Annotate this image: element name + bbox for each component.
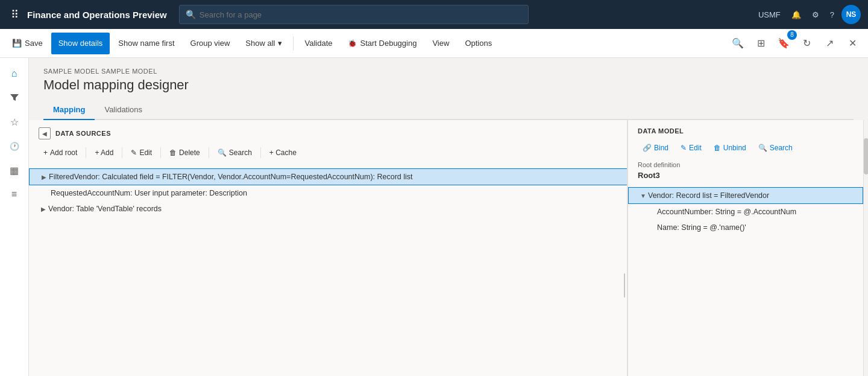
refresh-icon[interactable]: ↻ <box>796 33 817 54</box>
tree-item-requestedaccountnum[interactable]: ▶ RequestedAccountNum: User input parame… <box>29 185 627 201</box>
main-content: SAMPLE MODEL SAMPLE MODEL Model mapping … <box>29 58 868 376</box>
tree-item-filteredvendor[interactable]: ▶ FilteredVendor: Calculated field = FIL… <box>29 168 627 185</box>
settings-icon[interactable]: ⚙ <box>808 8 823 22</box>
search-ds-button[interactable]: 🔍 Search <box>213 144 257 161</box>
expander-filteredvendor[interactable]: ▶ <box>39 172 49 182</box>
tab-bar: Mapping Validations <box>43 100 854 120</box>
unbind-button[interactable]: 🗑 Unbind <box>709 139 751 156</box>
dm-expander-name: ▶ <box>647 223 657 232</box>
ds-collapse-button[interactable]: ◀ <box>39 127 51 139</box>
grid-menu-icon[interactable]: ⠿ <box>7 8 22 21</box>
ds-sep-4 <box>209 147 209 158</box>
sidebar-item-list[interactable]: ≡ <box>4 183 25 205</box>
toolbar-right-actions: 🔍 ⊞ 🔖 8 ↻ ↗ ✕ <box>727 33 863 54</box>
validate-button[interactable]: Validate <box>297 33 339 54</box>
help-icon[interactable]: ? <box>826 8 838 22</box>
show-name-first-button[interactable]: Show name first <box>111 33 181 54</box>
sidebar-item-filter[interactable] <box>4 87 25 109</box>
unbind-icon: 🗑 <box>714 144 721 152</box>
personalize-icon[interactable]: ⊞ <box>750 33 772 54</box>
dm-edit-button[interactable]: ✎ Edit <box>676 139 706 156</box>
root-definition-value: Root3 <box>638 171 854 180</box>
app-title: Finance and Operations Preview <box>27 10 167 20</box>
ds-header: ◀ DATA SOURCES <box>29 120 627 144</box>
delete-icon: 🗑 <box>169 148 177 157</box>
sidebar-item-recent[interactable]: 🕐 <box>4 135 25 157</box>
tree-item-vendor[interactable]: ▶ Vendor: Table 'VendTable' records <box>29 201 627 217</box>
search-icon: 🔍 <box>218 148 227 157</box>
dm-tree-item-name-text: Name: String = @.'name()' <box>657 223 746 232</box>
expander-requestedaccountnum: ▶ <box>41 188 51 198</box>
toolbar-separator-1 <box>293 36 294 51</box>
add-button[interactable]: + Add <box>90 144 118 161</box>
sidebar-item-favorites[interactable]: ☆ <box>4 111 25 133</box>
vertical-scrollbar[interactable] <box>863 120 868 376</box>
edit-icon: ✎ <box>131 148 137 157</box>
panel-border <box>627 120 627 376</box>
ds-sep-5 <box>260 147 261 158</box>
save-button[interactable]: 💾 Save <box>5 33 50 54</box>
scrollbar-thumb[interactable] <box>864 138 868 174</box>
dm-expander-vendor[interactable]: ▼ <box>638 191 648 200</box>
view-button[interactable]: View <box>425 33 456 54</box>
dm-tree: ▼ Vendor: Record list = FilteredVendor ▶… <box>628 185 863 376</box>
bind-icon: 🔗 <box>643 144 652 152</box>
tab-validations[interactable]: Validations <box>95 100 152 120</box>
start-debugging-button[interactable]: 🐞 Start Debugging <box>341 33 424 54</box>
main-toolbar: 💾 Save Show details Show name first Grou… <box>0 29 868 58</box>
dm-expander-accountnumber: ▶ <box>647 207 657 217</box>
save-icon: 💾 <box>12 39 22 48</box>
search-input[interactable] <box>200 10 522 19</box>
edit-button[interactable]: ✎ Edit <box>126 144 157 161</box>
show-details-button[interactable]: Show details <box>51 33 110 54</box>
dm-tree-item-vendor-text: Vendor: Record list = FilteredVendor <box>648 191 769 200</box>
dm-search-button[interactable]: 🔍 Search <box>753 139 797 156</box>
chevron-down-icon: ▾ <box>278 39 282 48</box>
content-area: ◀ DATA SOURCES + Add root + Add ✎ E <box>29 120 868 376</box>
debug-icon: 🐞 <box>348 39 357 48</box>
bookmark-badge: 8 <box>787 30 797 40</box>
tab-mapping[interactable]: Mapping <box>43 100 95 120</box>
notification-icon[interactable]: 🔔 <box>788 8 805 22</box>
dm-tree-item-accountnumber[interactable]: ▶ AccountNumber: String = @.AccountNum <box>628 204 863 220</box>
dm-tree-item-name[interactable]: ▶ Name: String = @.'name()' <box>628 220 863 235</box>
ds-section-title: DATA SOURCES <box>55 130 111 137</box>
search-toolbar-icon[interactable]: 🔍 <box>727 33 749 54</box>
top-navigation: ⠿ Finance and Operations Preview 🔍 USMF … <box>0 0 868 29</box>
global-search-box[interactable]: 🔍 <box>179 5 529 24</box>
dm-tree-item-accountnumber-text: AccountNumber: String = @.AccountNum <box>657 208 796 216</box>
root-definition-label: Root definition <box>638 161 854 168</box>
breadcrumb: SAMPLE MODEL SAMPLE MODEL <box>43 68 854 75</box>
dm-tree-item-vendor[interactable]: ▼ Vendor: Record list = FilteredVendor <box>628 187 863 204</box>
dm-search-icon: 🔍 <box>758 144 767 152</box>
cache-button[interactable]: + Cache <box>265 144 301 161</box>
group-view-button[interactable]: Group view <box>183 33 237 54</box>
page-title: Model mapping designer <box>43 77 854 93</box>
delete-button[interactable]: 🗑 Delete <box>165 144 205 161</box>
data-model-panel: DATA MODEL 🔗 Bind ✎ Edit 🗑 Unbind <box>628 120 863 376</box>
bind-button[interactable]: 🔗 Bind <box>638 139 673 156</box>
sidebar-item-workspace[interactable]: ▦ <box>4 159 25 181</box>
ds-tree: ▶ FilteredVendor: Calculated field = FIL… <box>29 166 627 376</box>
dm-section-title: DATA MODEL <box>638 127 854 135</box>
left-sidebar: ⌂ ☆ 🕐 ▦ ≡ <box>0 58 29 376</box>
expander-vendor[interactable]: ▶ <box>39 204 48 214</box>
tree-item-filteredvendor-text: FilteredVendor: Calculated field = FILTE… <box>49 173 617 181</box>
add-root-button[interactable]: + Add root <box>39 144 82 161</box>
add-root-icon: + <box>43 148 48 157</box>
scroll-indicator <box>624 273 625 298</box>
user-code: USMF <box>755 8 784 22</box>
bookmarks-icon[interactable]: 🔖 8 <box>773 33 794 54</box>
open-in-new-icon[interactable]: ↗ <box>819 33 840 54</box>
user-avatar[interactable]: NS <box>841 5 861 24</box>
tree-item-requestedaccountnum-text: RequestedAccountNum: User input paramete… <box>51 189 618 197</box>
tree-item-vendor-text: Vendor: Table 'VendTable' records <box>48 205 618 213</box>
dm-toolbar: 🔗 Bind ✎ Edit 🗑 Unbind 🔍 <box>638 139 854 156</box>
show-all-button[interactable]: Show all ▾ <box>238 33 289 54</box>
options-button[interactable]: Options <box>458 33 499 54</box>
close-icon[interactable]: ✕ <box>841 33 863 54</box>
ds-sep-1 <box>86 147 86 158</box>
data-sources-panel: ◀ DATA SOURCES + Add root + Add ✎ E <box>29 120 628 376</box>
sidebar-item-home[interactable]: ⌂ <box>4 63 25 84</box>
search-icon: 🔍 <box>186 10 196 19</box>
